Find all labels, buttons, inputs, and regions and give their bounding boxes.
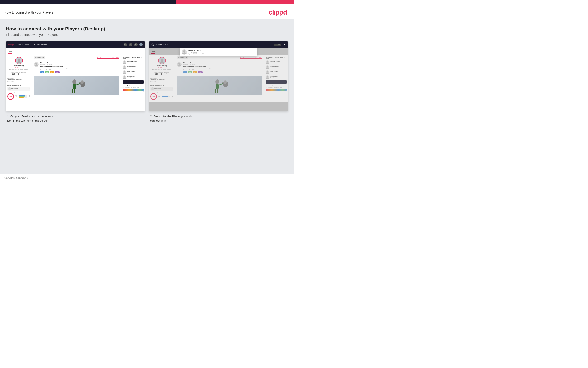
- nav-home[interactable]: Home: [18, 44, 23, 46]
- svg-point-5: [35, 63, 37, 65]
- mock-browser-1: clippd Home Teams My Performance: [6, 41, 145, 111]
- settings-icon[interactable]: [134, 43, 138, 46]
- screenshot-golfer-image: [34, 76, 119, 95]
- left-panel-2: Blair McHarg Golf Coach Mill Ride Golf C…: [149, 55, 175, 102]
- screenshot-col-1: clippd Home Teams My Performance: [6, 41, 145, 123]
- caption-2: 2) Search for the Player you wish toconn…: [149, 114, 288, 123]
- svg-point-34: [267, 76, 268, 77]
- svg-point-6: [72, 79, 76, 84]
- caption-1: 1) On your Feed, click on the searchicon…: [6, 114, 145, 123]
- svg-point-0: [125, 44, 126, 45]
- close-icon[interactable]: ✕: [283, 43, 286, 46]
- svg-point-18: [152, 44, 153, 46]
- bar-arg: ARG 61: [15, 97, 30, 99]
- control-link[interactable]: Control who can see your activity and da…: [97, 57, 119, 58]
- clear-button[interactable]: CLEAR: [274, 44, 281, 46]
- activity-user-avatar: [34, 62, 39, 67]
- player-perf-title: Player Performance: [7, 85, 30, 86]
- search-result-club: Cypress Point Club, United Kingdom: [188, 53, 255, 55]
- search-icon-2[interactable]: [151, 43, 154, 46]
- activity-content: Richard Butler Yesterday · The Grove Pre…: [40, 62, 119, 73]
- nav-my-performance[interactable]: My Performance: [33, 44, 47, 46]
- stat-following: Following 4: [21, 72, 26, 75]
- avatar-icon[interactable]: [139, 43, 143, 46]
- svg-point-21: [161, 59, 163, 61]
- nav-links-1: Home Teams My Performance: [18, 44, 47, 46]
- right-panel-2: Most Active Players - Last 30 days Richa…: [264, 55, 288, 102]
- search-result-name: Marcus Turner: [188, 50, 255, 52]
- activity-card-1: Richard Butler Yesterday · The Grove Pre…: [34, 61, 119, 75]
- svg-point-22: [178, 63, 180, 65]
- feed-tab-label-2[interactable]: Feed: [151, 51, 155, 54]
- middle-panel-2: Following ▾ Control who can see your act…: [175, 55, 264, 102]
- bar-app: APP 70: [15, 96, 30, 97]
- logo: clippd: [269, 9, 287, 16]
- search-icon[interactable]: [124, 43, 127, 46]
- tag-row: OTT APP ARG PUTT: [40, 71, 119, 73]
- search-result-info: Marcus Turner 1.5 Handicap Cypress Point…: [188, 50, 255, 55]
- latest-activity: Latest Activity Afternoon round of golf …: [7, 77, 30, 82]
- stat-followers: Followers 3: [16, 72, 21, 75]
- feed-tab-label[interactable]: Feed: [8, 51, 12, 54]
- svg-point-2: [130, 44, 131, 45]
- footer: Copyright Clippd 2022: [0, 174, 294, 182]
- nav-logo-1: clippd: [8, 44, 15, 46]
- bar-ott: OTT 79: [15, 95, 30, 96]
- player-list-item-2: Piers Parnell Activities: 4: [123, 65, 144, 69]
- search-nav: Marcus Turner CLEAR ✕: [149, 41, 288, 48]
- feed-tab-header: Feed: [6, 48, 145, 55]
- user-icon[interactable]: [129, 43, 132, 46]
- main-heading: How to connect with your Players (Deskto…: [6, 26, 288, 32]
- top-bar: [0, 0, 294, 4]
- svg-rect-7: [73, 84, 76, 89]
- svg-point-13: [81, 80, 84, 84]
- player-select-avatar: [8, 87, 11, 90]
- nav-teams[interactable]: Teams: [25, 44, 31, 46]
- tag-putt: PUTT: [55, 71, 60, 73]
- stat-activities: Activities 129: [11, 72, 16, 75]
- svg-point-20: [183, 50, 185, 53]
- heatmap-bar: [123, 89, 144, 91]
- svg-point-17: [124, 76, 125, 77]
- svg-rect-26: [217, 89, 218, 93]
- screenshot-col-2: Marcus Turner CLEAR ✕ Feed Marcus Turner…: [149, 41, 288, 123]
- svg-rect-25: [215, 89, 216, 93]
- svg-point-30: [224, 80, 227, 84]
- browser-main-2: Blair McHarg Golf Coach Mill Ride Golf C…: [149, 55, 288, 102]
- screenshots-row: clippd Home Teams My Performance: [6, 41, 288, 123]
- quality-score: 84: [7, 93, 14, 100]
- player-list-item-3: Hiral Pujara Activities: 3: [123, 70, 144, 74]
- player-list-item-4: Eli Vincent Activities: 1: [123, 75, 144, 79]
- svg-point-3: [135, 44, 136, 45]
- svg-rect-8: [72, 89, 73, 93]
- player-select[interactable]: Eli Vincent ▾: [7, 87, 30, 91]
- team-dashboard-button[interactable]: Team Dashboard: [123, 80, 144, 84]
- profile-role: Golf Coach: [15, 67, 22, 68]
- page-title: How to connect with your Players: [4, 10, 53, 14]
- svg-line-19: [153, 45, 154, 46]
- middle-panel-1: Following ▾ Control who can see your act…: [32, 55, 121, 102]
- browser-nav-1: clippd Home Teams My Performance: [6, 41, 145, 48]
- quality-bars: OTT 79 APP: [15, 95, 30, 99]
- svg-point-4: [18, 59, 20, 61]
- following-button[interactable]: Following ▾: [34, 56, 45, 59]
- tag-app: APP: [45, 71, 49, 73]
- search-result-dropdown[interactable]: Marcus Turner 1.5 Handicap Cypress Point…: [180, 48, 257, 56]
- profile-club: Mill Ride Golf Club, United Kingdom: [9, 69, 28, 70]
- svg-point-15: [124, 66, 125, 67]
- right-panel-1: Most Active Players - Last 30 days Richa…: [121, 55, 145, 102]
- profile-section-2: Blair McHarg Golf Coach Mill Ride Golf C…: [150, 57, 173, 75]
- svg-point-23: [215, 79, 219, 84]
- svg-point-14: [124, 61, 125, 63]
- svg-rect-24: [216, 84, 219, 89]
- search-input-text: Marcus Turner: [156, 44, 272, 46]
- following-row: Following ▾ Control who can see your act…: [34, 56, 119, 59]
- svg-point-31: [267, 61, 268, 63]
- tag-ott: OTT: [40, 71, 44, 73]
- svg-point-33: [267, 71, 268, 73]
- heatmap-labels: -5 +5: [123, 91, 144, 92]
- chevron-down-icon: ▾: [29, 88, 30, 90]
- svg-line-1: [126, 45, 126, 46]
- header: How to connect with your Players clippd: [0, 4, 294, 18]
- player-list-item-1: Richard Butler Activities: 7: [123, 60, 144, 64]
